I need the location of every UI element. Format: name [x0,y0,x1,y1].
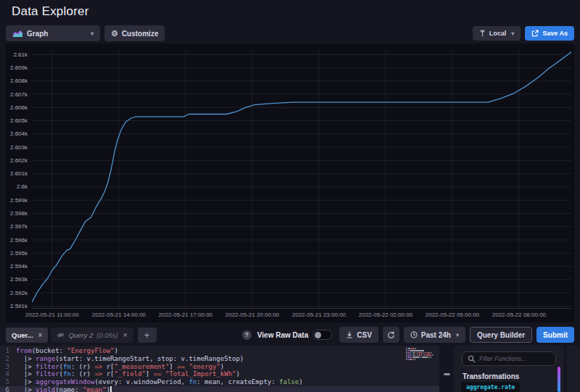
customize-button[interactable]: ⚙ Customize [104,25,165,41]
timezone-icon [479,30,486,37]
plus-icon: + [144,330,150,341]
filter-functions-search[interactable] [462,351,556,366]
y-tick-label: 2.603k [6,144,28,151]
chevron-down-icon: ▾ [456,332,459,338]
view-type-dropdown[interactable]: Graph ▾ [6,25,100,41]
download-icon [346,331,353,338]
x-tick-label: 2022-05-22 05:00:00 [426,312,479,318]
x-tick-label: 2022-05-21 23:00:00 [292,312,346,318]
editor-minimap[interactable] [406,348,434,361]
y-tick-label: 2.605k [6,117,28,124]
y-tick-label: 2.592k [6,290,28,296]
gear-icon: ⚙ [111,30,118,38]
y-tick-label: 2.593k [6,276,28,283]
query-tab[interactable]: Query 2(0.05s)× [51,328,133,343]
page-header: Data Explorer [12,4,89,19]
toolbar: Graph ▾ ⚙ Customize Local ▾ Save As [6,25,574,42]
csv-download-button[interactable]: CSV [339,327,378,343]
query-tab-label: Query 2 [68,331,93,339]
view-raw-data-toggle[interactable] [312,330,332,340]
y-tick-label: 2.608k [6,78,28,84]
y-tick-label: 2.594k [6,263,28,270]
x-tick-label: 2022-05-21 14:00:00 [92,312,146,318]
chevron-down-icon: ▾ [511,30,514,37]
page-title: Data Explorer [12,4,89,19]
submit-button[interactable]: Submit [536,327,574,343]
line-number: 1 [0,347,16,355]
query-duration: (0.05s) [96,331,118,339]
search-icon [468,355,476,363]
export-icon [531,30,539,37]
refresh-button[interactable] [383,327,399,343]
query-tabs: Quer...×Query 2(0.05s)× [6,328,133,343]
function-item[interactable]: aggregate.rate [461,382,520,392]
graph-type-icon [12,30,23,38]
clock-icon [410,331,418,338]
functions-list: aggregate.rateaggregateWindow [461,382,554,392]
query-builder-button[interactable]: Query Builder [470,327,532,343]
x-tick-label: 2022-05-22 08:00:00 [492,312,546,318]
y-tick-label: 2.609k [6,64,28,71]
eye-slash-icon [57,332,65,338]
chart-plot-area[interactable] [32,49,571,309]
toggle-knob [315,332,321,338]
line-number: 5 [0,378,16,386]
code-line[interactable]: 6 |> yield(name: "mean") [0,386,439,392]
line-number: 3 [0,363,16,371]
text-cursor [110,386,112,392]
close-icon[interactable]: × [38,331,43,339]
time-series-chart-panel: 2.591k2.592k2.593k2.594k2.595k2.596k2.59… [6,43,574,322]
view-raw-data-label: View Raw Data [257,331,308,339]
code-line[interactable]: 2 |> range(start: v.timeRangeStart, stop… [0,355,439,363]
code-line[interactable]: 5 |> aggregateWindow(every: v.windowPeri… [0,378,439,386]
query-tab[interactable]: Quer...× [6,328,48,343]
line-number: 6 [0,386,16,392]
y-tick-label: 2.595k [6,250,28,257]
line-number: 2 [0,355,16,363]
bottom-split: 1from(bucket: "EnergyFlow")2 |> range(st… [0,346,580,392]
timezone-dropdown[interactable]: Local ▾ [473,26,521,41]
x-tick-label: 2022-05-21 20:00:00 [225,312,279,318]
functions-scrollbar[interactable] [558,367,560,392]
view-type-label: Graph [27,30,48,38]
y-tick-label: 2.601k [6,170,28,177]
y-tick-label: 2.6k [6,183,28,190]
save-as-button[interactable]: Save As [525,26,574,41]
functions-panel: Transformations aggregate.rateaggregateW… [454,346,564,392]
panel-resize-handle[interactable] [444,373,450,375]
y-tick-label: 2.607k [6,91,28,98]
y-tick-label: 2.596k [6,237,28,243]
close-icon[interactable]: × [123,331,128,339]
y-tick-label: 2.604k [6,130,28,137]
help-icon[interactable]: ? [242,330,252,340]
y-tick-label: 2.591k [6,303,28,309]
x-tick-label: 2022-05-22 02:00:00 [359,312,413,318]
filter-functions-input[interactable] [479,355,550,362]
y-tick-label: 2.597k [6,223,28,230]
query-control-bar: Quer...×Query 2(0.05s)× + ? View Raw Dat… [0,325,580,344]
x-tick-label: 2022-05-21 11:00:00 [25,312,79,318]
line-number: 4 [0,370,16,378]
y-tick-label: 2.599k [6,197,28,204]
editor-panel-splitter [439,346,454,392]
code-lines[interactable]: 1from(bucket: "EnergyFlow")2 |> range(st… [0,346,439,392]
y-tick-label: 2.602k [6,157,28,164]
y-tick-label: 2.598k [6,210,28,217]
code-line[interactable]: 3 |> filter(fn: (r) => r["_measurement"]… [0,363,439,371]
code-line[interactable]: 4 |> filter(fn: (r) => r["_field"] == "T… [0,370,439,378]
flux-query-editor[interactable]: 1from(bucket: "EnergyFlow")2 |> range(st… [0,346,439,392]
y-tick-label: 2.61k [6,51,28,58]
refresh-icon [387,331,395,339]
y-tick-label: 2.606k [6,104,28,111]
side-column [567,346,580,392]
time-range-dropdown[interactable]: Past 24h ▾ [404,327,465,343]
code-line[interactable]: 1from(bucket: "EnergyFlow") [0,347,439,355]
chevron-down-icon: ▾ [91,30,94,37]
add-query-button[interactable]: + [138,328,157,343]
query-tab-label: Quer... [12,331,33,339]
functions-category-heading: Transformations [463,372,519,380]
x-tick-label: 2022-05-21 17:00:00 [159,312,212,318]
